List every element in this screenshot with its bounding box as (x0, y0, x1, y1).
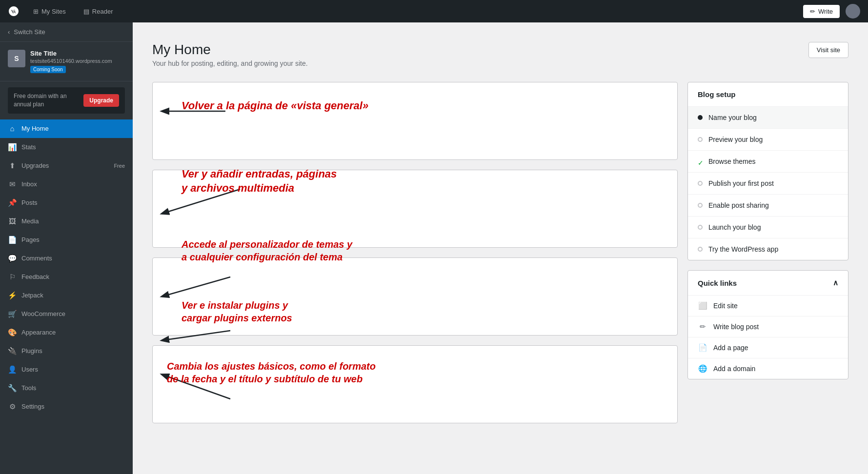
panel-card-3 (152, 257, 678, 336)
visit-site-button[interactable]: Visit site (808, 42, 848, 58)
nav-item-label-settings: Settings (21, 403, 44, 410)
sidebar-item-plugins[interactable]: 🔌 Plugins (0, 342, 133, 360)
nav-item-label-inbox: Inbox (21, 180, 37, 188)
site-url: testsite645101460.wordpress.com (30, 58, 125, 64)
quick-link-write-blog-post[interactable]: ✏ Write blog post (688, 316, 848, 337)
plugins-icon: 🔌 (8, 347, 17, 356)
sidebar-item-woocommerce[interactable]: 🛒 WooCommerce (0, 305, 133, 323)
quick-links-header: Quick links ∧ (688, 271, 848, 296)
quick-link-label: Add a page (713, 344, 748, 352)
setup-item-launch-your-blog[interactable]: Launch your blog (688, 217, 848, 238)
panel-card-2 (152, 170, 678, 248)
appearance-icon: 🎨 (8, 328, 17, 337)
quick-link-add-a-domain[interactable]: 🌐 Add a domain (688, 358, 848, 379)
reader-label: Reader (92, 8, 113, 15)
reader-nav[interactable]: ▤ Reader (80, 6, 117, 17)
setup-item-name-your-blog[interactable]: Name your blog (688, 107, 848, 129)
empty-dot (698, 247, 703, 252)
switch-site-button[interactable]: ‹ Switch Site (0, 22, 133, 42)
feedback-icon: ⚐ (8, 273, 17, 281)
jetpack-icon: ⚡ (8, 291, 17, 300)
sidebar-item-media[interactable]: 🖼 Media (0, 212, 133, 231)
panel-card-4 (152, 345, 678, 423)
sidebar-item-jetpack[interactable]: ⚡ Jetpack (0, 286, 133, 305)
wordpress-logo (8, 5, 20, 17)
setup-item-browse-themes[interactable]: ✓Browse themes (688, 151, 848, 173)
sidebar-item-tools[interactable]: 🔧 Tools (0, 379, 133, 397)
quick-links-title: Quick links (698, 279, 737, 287)
my-home-icon: ⌂ (8, 124, 17, 133)
setup-items: Name your blogPreview your blog✓Browse t… (688, 107, 848, 260)
upgrades-icon: ⬆ (8, 161, 17, 170)
nav-item-label-tools: Tools (21, 384, 36, 392)
topbar-left: ⊞ My Sites ▤ Reader (8, 5, 117, 17)
quick-link-label: Add a domain (713, 365, 755, 373)
quick-link-label: Write blog post (713, 323, 759, 331)
media-icon: 🖼 (8, 217, 17, 226)
main-layout: ‹ Switch Site S Site Title testsite64510… (0, 22, 868, 474)
write-button[interactable]: ✏ Write (803, 5, 840, 18)
my-sites-nav[interactable]: ⊞ My Sites (29, 6, 70, 17)
nav-item-label-users: Users (21, 366, 38, 373)
reader-icon: ▤ (83, 8, 89, 15)
quick-link-icon: 🌐 (698, 364, 707, 373)
topbar-right: ✏ Write (803, 4, 860, 19)
filled-dot (698, 115, 703, 120)
nav-item-label-woocommerce: WooCommerce (21, 310, 65, 317)
quick-link-label: Edit site (713, 302, 738, 310)
topbar: ⊞ My Sites ▤ Reader ✏ Write (0, 0, 868, 22)
sidebar-item-my-home[interactable]: ⌂ My Home (0, 119, 133, 138)
setup-item-try-the-wordpress-app[interactable]: Try the WordPress app (688, 238, 848, 260)
empty-dot (698, 203, 703, 208)
setup-item-label: Browse themes (708, 158, 755, 165)
write-label: Write (818, 8, 833, 15)
pages-icon: 📄 (8, 236, 17, 244)
page-title: My Home (152, 42, 308, 58)
main-panel: Volver a la página de «vista general» Ve… (152, 82, 678, 433)
sidebar-item-upgrades[interactable]: ⬆ Upgrades Free (0, 157, 133, 175)
wp-logo-icon (8, 5, 20, 17)
page-subtitle: Your hub for posting, editing, and growi… (152, 59, 308, 67)
my-sites-label: My Sites (41, 8, 66, 15)
quick-link-icon: 📄 (698, 343, 707, 352)
setup-item-preview-your-blog[interactable]: Preview your blog (688, 129, 848, 151)
upgrade-banner: Free domain with an annual plan Upgrade (8, 87, 125, 114)
right-panel: Blog setup Name your blogPreview your bl… (687, 82, 848, 433)
sidebar-item-appearance[interactable]: 🎨 Appearance (0, 323, 133, 342)
site-title: Site Title (30, 50, 125, 57)
empty-dot (698, 181, 703, 186)
sidebar-item-settings[interactable]: ⚙ Settings (0, 397, 133, 416)
sidebar-item-inbox[interactable]: ✉ Inbox (0, 175, 133, 194)
check-icon: ✓ (698, 159, 703, 164)
sidebar-item-users[interactable]: 👤 Users (0, 360, 133, 379)
sidebar-item-posts[interactable]: 📌 Posts (0, 194, 133, 212)
content-grid: Volver a la página de «vista general» Ve… (152, 82, 848, 433)
sidebar: ‹ Switch Site S Site Title testsite64510… (0, 22, 133, 474)
sidebar-item-feedback[interactable]: ⚐ Feedback (0, 268, 133, 286)
setup-item-publish-your-first-post[interactable]: Publish your first post (688, 173, 848, 195)
blog-setup-card: Blog setup Name your blogPreview your bl… (687, 82, 848, 260)
quick-link-add-a-page[interactable]: 📄 Add a page (688, 337, 848, 358)
sidebar-item-comments[interactable]: 💬 Comments (0, 249, 133, 268)
posts-icon: 📌 (8, 198, 17, 207)
upgrade-button[interactable]: Upgrade (83, 94, 119, 107)
empty-dot (698, 225, 703, 230)
setup-item-enable-post-sharing[interactable]: Enable post sharing (688, 195, 848, 217)
pencil-icon: ✏ (810, 8, 815, 15)
setup-item-label: Enable post sharing (708, 201, 769, 209)
sidebar-item-stats[interactable]: 📊 Stats (0, 138, 133, 157)
user-avatar[interactable] (846, 4, 860, 19)
sidebar-item-pages[interactable]: 📄 Pages (0, 231, 133, 249)
collapse-icon[interactable]: ∧ (833, 278, 838, 287)
content-outer: My Home Your hub for posting, editing, a… (133, 22, 868, 474)
setup-item-label: Name your blog (708, 114, 757, 121)
quick-link-edit-site[interactable]: ⬜ Edit site (688, 296, 848, 316)
empty-dot (698, 137, 703, 142)
woocommerce-icon: 🛒 (8, 310, 17, 318)
nav-item-label-comments: Comments (21, 255, 52, 262)
quick-links-card: Quick links ∧ ⬜ Edit site ✏ Write blog p… (687, 270, 848, 379)
blog-setup-header: Blog setup (688, 82, 848, 107)
grid-icon: ⊞ (33, 8, 39, 15)
nav-item-label-plugins: Plugins (21, 347, 42, 355)
quick-link-icon: ✏ (698, 322, 707, 331)
